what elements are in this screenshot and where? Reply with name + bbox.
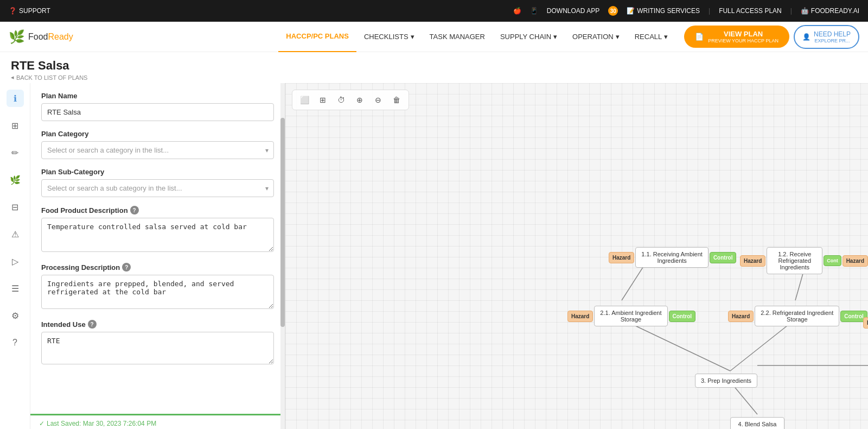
plan-name-label: Plan Name: [41, 92, 274, 100]
node-2-1[interactable]: Hazard 2.1. Ambient IngredientStorage Co…: [567, 306, 695, 326]
node-1-2[interactable]: Hazard 1.2. Receive RefrigeratedIngredie…: [740, 247, 868, 274]
sidebar-icon-help[interactable]: ?: [7, 334, 24, 351]
svg-line-0: [622, 262, 646, 300]
node-1-1-box[interactable]: 1.1. Receiving AmbientIngredients: [635, 247, 709, 268]
page-title: RTE Salsa: [11, 59, 857, 73]
sidebar-icon-edit[interactable]: ✏: [7, 144, 24, 161]
food-description-help-icon[interactable]: ?: [130, 206, 139, 214]
nav-checklists[interactable]: CHECKLISTS ▾: [356, 22, 422, 52]
notification-count: 30: [610, 8, 616, 14]
logo[interactable]: 🌿 FoodReady: [9, 29, 73, 45]
logo-text: FoodReady: [28, 32, 73, 42]
canvas-tool-zoom-out[interactable]: ⊖: [371, 92, 386, 108]
nav-items: HACCP/PC PLANS CHECKLISTS ▾ TASK MANAGER…: [278, 22, 675, 52]
node-3[interactable]: 3. Prep Ingredients: [695, 374, 757, 388]
checklists-chevron: ▾: [411, 33, 414, 41]
nav-operation[interactable]: OPERATION ▾: [565, 22, 627, 52]
intended-use-textarea[interactable]: [41, 332, 274, 364]
canvas-tool-grid[interactable]: ⊞: [315, 92, 330, 108]
view-plan-button[interactable]: 📄 VIEW PLAN PREVIEW YOUR HACCP PLAN: [684, 26, 789, 48]
nav-operation-label: OPERATION: [572, 33, 614, 41]
node-1-2-hazard[interactable]: Hazard: [740, 255, 765, 267]
sidebar-icon-layers[interactable]: ⊞: [7, 117, 24, 134]
plan-sub-category-select[interactable]: Select or search a sub category in the l…: [41, 179, 274, 197]
foodready-ai-btn[interactable]: 🤖 FOODREADY.AI: [801, 7, 859, 15]
sidebar-icon-table[interactable]: ⊟: [7, 198, 24, 216]
nav-task-manager[interactable]: TASK MANAGER: [422, 22, 493, 52]
view-plan-label: VIEW PLAN: [708, 30, 778, 38]
node-1-1-hazard[interactable]: Hazard: [609, 252, 634, 263]
sidebar-icon-connect[interactable]: ⚙: [7, 307, 24, 324]
canvas-tool-zoom-in[interactable]: ⊕: [352, 92, 367, 108]
node-2-3[interactable]: Hazard 2.3. Packaging MaterialStorage Co…: [863, 306, 868, 339]
sidebar-icon-folder[interactable]: ▷: [7, 253, 24, 270]
node-1-2-hazard2[interactable]: Hazard: [843, 255, 868, 267]
canvas-tool-rect[interactable]: ⬜: [297, 92, 312, 108]
sidebar-icon-list[interactable]: ☰: [7, 280, 24, 297]
node-4-box[interactable]: 4. Blend Salsa: [730, 417, 784, 429]
node-4[interactable]: 4. Blend Salsa: [730, 417, 784, 429]
node-2-2[interactable]: Hazard 2.2. Refrigerated IngredientStora…: [728, 306, 867, 326]
node-2-2-box[interactable]: 2.2. Refrigerated IngredientStorage: [755, 306, 839, 326]
left-panel-content: Plan Name Plan Category Select or search…: [30, 83, 285, 414]
plan-name-group: Plan Name: [41, 92, 274, 121]
nav-haccp[interactable]: HACCP/PC PLANS: [278, 22, 356, 52]
processing-description-textarea[interactable]: [41, 275, 274, 309]
left-panel: Plan Name Plan Category Select or search…: [30, 83, 285, 429]
operation-chevron: ▾: [616, 33, 620, 41]
support-link[interactable]: ❓ SUPPORT: [9, 7, 50, 15]
plan-category-group: Plan Category Select or search a categor…: [41, 130, 274, 159]
processing-description-help-icon[interactable]: ?: [122, 263, 131, 272]
canvas-tool-delete[interactable]: 🗑: [389, 92, 404, 108]
intended-use-help-icon[interactable]: ?: [88, 320, 97, 329]
node-2-3-hazard[interactable]: Hazard: [863, 317, 868, 329]
back-link[interactable]: ◂ BACK TO LIST OF PLANS: [11, 74, 857, 81]
node-1-1[interactable]: Hazard 1.1. Receiving AmbientIngredients…: [609, 247, 736, 268]
need-help-button[interactable]: 👤 NEED HELP EXPLORE PR...: [794, 25, 859, 49]
main-nav: 🌿 FoodReady HACCP/PC PLANS CHECKLISTS ▾ …: [0, 22, 868, 52]
intended-use-label: Intended Use ?: [41, 320, 274, 329]
recall-chevron: ▾: [664, 33, 668, 41]
canvas-area[interactable]: ⬜ ⊞ ⏱ ⊕ ⊖ 🗑: [285, 83, 868, 429]
back-arrow: ◂: [11, 74, 14, 81]
full-access-plan-label: FULL ACCESS PLAN: [719, 7, 782, 15]
download-app-btn[interactable]: DOWNLOAD APP: [547, 7, 599, 15]
topbar-right: 🍎 📱 DOWNLOAD APP 30 📝 WRITING SERVICES |…: [513, 6, 859, 16]
food-product-description-textarea[interactable]: [41, 218, 274, 252]
node-2-2-hazard[interactable]: Hazard: [728, 311, 754, 322]
sidebar-icon-leaf[interactable]: 🌿: [7, 171, 24, 188]
nav-supply-chain-label: SUPPLY CHAIN: [500, 33, 551, 41]
plan-category-select[interactable]: Select or search a category in the list.…: [41, 141, 274, 159]
node-1-2-cont[interactable]: Cont: [824, 255, 841, 266]
nav-supply-chain[interactable]: SUPPLY CHAIN ▾: [493, 22, 565, 52]
plan-name-input[interactable]: [41, 103, 274, 121]
plan-category-wrapper: Select or search a category in the list.…: [41, 141, 274, 159]
save-check-icon: ✓: [39, 420, 44, 427]
view-plan-icon: 📄: [695, 33, 704, 41]
notification-badge[interactable]: 30: [608, 6, 618, 16]
canvas-tool-clock[interactable]: ⏱: [334, 92, 349, 108]
node-1-1-control[interactable]: Control: [710, 252, 737, 263]
nav-checklists-label: CHECKLISTS: [364, 33, 409, 41]
nav-haccp-label: HACCP/PC PLANS: [286, 32, 349, 40]
nav-recall[interactable]: RECALL ▾: [627, 22, 676, 52]
supply-chain-chevron: ▾: [553, 33, 557, 41]
ai-icon: 🤖: [801, 7, 809, 15]
node-2-1-control[interactable]: Control: [669, 311, 696, 322]
node-2-1-hazard[interactable]: Hazard: [567, 311, 593, 322]
full-access-plan-btn[interactable]: FULL ACCESS PLAN: [719, 7, 782, 15]
plan-category-label: Plan Category: [41, 130, 274, 138]
node-3-box[interactable]: 3. Prep Ingredients: [695, 374, 757, 388]
node-1-2-box[interactable]: 1.2. Receive RefrigeratedIngredients: [767, 247, 822, 274]
sidebar-icon-warning[interactable]: ⚠: [7, 225, 24, 243]
scrollbar-track[interactable]: [280, 83, 285, 429]
need-help-sub: EXPLORE PR...: [814, 38, 851, 43]
android-icon: 📱: [530, 7, 538, 15]
svg-line-4: [730, 319, 795, 371]
node-2-1-box[interactable]: 2.1. Ambient IngredientStorage: [594, 306, 667, 326]
sidebar-icon-info[interactable]: ℹ: [7, 90, 24, 107]
writing-services-btn[interactable]: 📝 WRITING SERVICES: [627, 7, 700, 15]
plan-sub-category-label: Plan Sub-Category: [41, 168, 274, 176]
need-help-icon: 👤: [802, 33, 810, 41]
foodready-ai-label: FOODREADY.AI: [811, 7, 859, 15]
